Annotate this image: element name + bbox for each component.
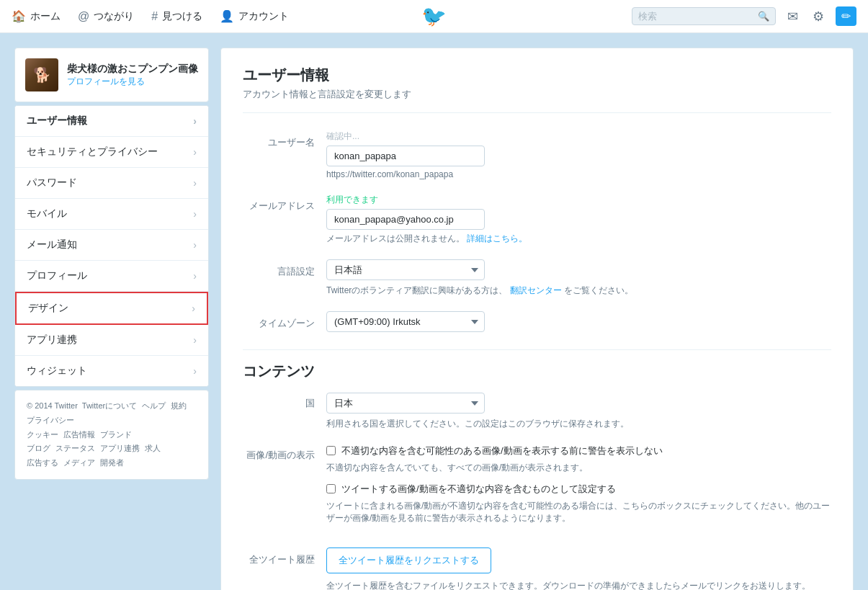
sidebar-item-mobile-label: モバイル	[27, 207, 67, 220]
country-content: 日本 利用される国を選択してください。この設定はこのブラウザに保存されます。	[326, 393, 629, 430]
media-note1: 不適切な内容を含んでいても、すべての画像/動画が表示されます。	[326, 462, 831, 474]
media-checkbox1[interactable]	[326, 446, 336, 455]
lang-row: 言語設定 日本語 English Twitterのボランティア翻訳に興味がある方…	[243, 259, 831, 297]
footer-cookie[interactable]: クッキー	[27, 430, 58, 439]
profile-card: 🐕 柴犬様の激おこプンプン画像 プロフィールを見る	[14, 48, 209, 102]
footer-help[interactable]: ヘルプ	[142, 401, 166, 410]
nav-right: 🔍 ✉ ⚙ ✏	[632, 6, 856, 27]
main-container: 🐕 柴犬様の激おこプンプン画像 プロフィールを見る ユーザー情報 › セキュリテ…	[0, 33, 868, 590]
sidebar-item-profile-label: プロフィール	[27, 269, 87, 282]
tweet-history-button[interactable]: 全ツイート履歴をリクエストする	[326, 547, 491, 573]
sidebar-item-password-label: パスワード	[27, 176, 77, 189]
messages-icon[interactable]: ✉	[784, 6, 801, 27]
lang-note-suffix: をご覧ください。	[564, 285, 633, 295]
country-select-row: 日本	[326, 393, 629, 414]
content-area: ユーザー情報 アカウント情報と言語設定を変更します ユーザー名 確認中... h…	[220, 48, 854, 590]
chevron-right-icon: ›	[193, 239, 197, 251]
view-profile-link[interactable]: プロフィールを見る	[67, 76, 198, 88]
timezone-row: タイムゾーン (GMT+09:00) Irkutsk (GMT+09:00) T…	[243, 311, 831, 332]
email-note: メールアドレスは公開されません。 詳細はこちら。	[326, 233, 831, 245]
timezone-content: (GMT+09:00) Irkutsk (GMT+09:00) Tokyo	[326, 311, 831, 332]
footer-ads[interactable]: 広告情報	[63, 430, 95, 439]
profile-info: 柴犬様の激おこプンプン画像 プロフィールを見る	[67, 63, 198, 88]
lang-select[interactable]: 日本語 English	[326, 259, 485, 280]
sidebar: 🐕 柴犬様の激おこプンプン画像 プロフィールを見る ユーザー情報 › セキュリテ…	[14, 48, 209, 590]
sidebar-item-email-notify-label: メール通知	[27, 238, 77, 251]
sidebar-item-userinfo[interactable]: ユーザー情報 ›	[15, 106, 208, 137]
email-row: メールアドレス 利用できます メールアドレスは公開されません。 詳細はこちら。	[243, 194, 831, 245]
home-icon: 🏠	[12, 9, 26, 23]
search-icon[interactable]: 🔍	[758, 11, 769, 22]
footer-status[interactable]: ステータス	[55, 444, 95, 452]
country-note: 利用される国を選択してください。この設定はこのブラウザに保存されます。	[326, 418, 629, 430]
sidebar-item-password[interactable]: パスワード ›	[15, 168, 208, 199]
sidebar-item-widgets-label: ウィジェット	[27, 365, 87, 377]
sidebar-item-mobile[interactable]: モバイル ›	[15, 199, 208, 230]
footer-about[interactable]: Twitterについて	[82, 401, 137, 410]
chevron-right-icon: ›	[192, 303, 195, 314]
country-label: 国	[243, 393, 315, 430]
sidebar-item-design-label: デザイン	[28, 302, 68, 315]
tweet-history-row: 全ツイート履歴 全ツイート履歴をリクエストする 全ツイート履歴を含むファイルをリ…	[243, 547, 831, 590]
copyright: © 2014 Twitter	[27, 401, 78, 410]
sidebar-item-design[interactable]: デザイン ›	[15, 292, 208, 325]
nav-center: 🐦	[421, 4, 447, 28]
translation-center-link[interactable]: 翻訳センター	[510, 285, 562, 295]
footer-advertise[interactable]: 広告する	[27, 458, 58, 467]
nav-connect-label: つながり	[94, 10, 134, 23]
contents-title: コンテンツ	[243, 349, 831, 381]
footer-jobs[interactable]: 求人	[145, 444, 161, 452]
footer-blog[interactable]: ブログ	[27, 444, 50, 452]
lang-note: Twitterのボランティア翻訳に興味がある方は、 翻訳センター をご覧ください…	[326, 285, 831, 297]
footer-brand[interactable]: ブランド	[100, 430, 132, 439]
search-box: 🔍	[632, 7, 776, 25]
footer-privacy[interactable]: プライバシー	[27, 416, 74, 424]
avatar: 🐕	[25, 58, 58, 91]
lang-note-prefix: Twitterのボランティア翻訳に興味がある方は、	[326, 285, 507, 295]
username-input[interactable]	[326, 146, 485, 166]
settings-icon[interactable]: ⚙	[810, 6, 827, 27]
timezone-label: タイムゾーン	[243, 311, 315, 332]
nav-connect[interactable]: @ つながり	[78, 10, 134, 23]
nav-home[interactable]: 🏠 ホーム	[12, 9, 61, 23]
email-note-text: メールアドレスは公開されません。	[326, 233, 465, 243]
checkbox2-row: ツイートする画像/動画を不適切な内容を含むものとして設定する	[326, 483, 831, 496]
sidebar-item-security[interactable]: セキュリティとプライバシー ›	[15, 137, 208, 168]
sidebar-footer: © 2014 Twitter Twitterについて ヘルプ 規約 プライバシー…	[14, 390, 209, 480]
nav-account[interactable]: 👤 アカウント	[220, 9, 289, 23]
lang-content: 日本語 English Twitterのボランティア翻訳に興味がある方は、 翻訳…	[326, 259, 831, 297]
compose-icon[interactable]: ✏	[836, 6, 856, 26]
person-icon: 👤	[220, 9, 234, 23]
tweet-history-content: 全ツイート履歴をリクエストする 全ツイート履歴を含むファイルをリクエストできます…	[326, 547, 810, 590]
email-input[interactable]	[326, 209, 485, 230]
nav-discover[interactable]: # 見つける	[151, 10, 202, 23]
footer-dev[interactable]: 開発者	[100, 458, 124, 467]
username-row: ユーザー名 確認中... https://twitter.com/konan_p…	[243, 130, 831, 179]
username-content: 確認中... https://twitter.com/konan_papapa	[326, 130, 831, 179]
sidebar-item-apps[interactable]: アプリ連携 ›	[15, 325, 208, 356]
username-url: https://twitter.com/konan_papapa	[326, 169, 831, 179]
email-note-link[interactable]: 詳細はこちら。	[467, 233, 527, 243]
lang-label: 言語設定	[243, 259, 315, 297]
footer-terms[interactable]: 規約	[171, 401, 187, 410]
nav-account-label: アカウント	[238, 10, 289, 23]
country-select[interactable]: 日本	[326, 393, 485, 414]
sidebar-item-widgets[interactable]: ウィジェット ›	[15, 356, 208, 386]
media-checkbox2[interactable]	[326, 484, 336, 493]
at-icon: @	[78, 10, 89, 23]
footer-apps[interactable]: アプリ連携	[100, 444, 140, 452]
media-content: 不適切な内容を含む可能性のある画像/動画を表示する前に警告を表示しない 不適切な…	[326, 444, 831, 533]
nav-discover-label: 見つける	[162, 10, 202, 23]
chevron-right-icon: ›	[193, 146, 197, 158]
media-row: 画像/動画の表示 不適切な内容を含む可能性のある画像/動画を表示する前に警告を表…	[243, 444, 831, 533]
footer-media[interactable]: メディア	[63, 458, 95, 467]
search-input[interactable]	[638, 11, 753, 22]
chevron-right-icon: ›	[193, 365, 197, 377]
top-nav: 🏠 ホーム @ つながり # 見つける 👤 アカウント 🐦 🔍 ✉ ⚙ ✏	[0, 0, 868, 33]
timezone-select[interactable]: (GMT+09:00) Irkutsk (GMT+09:00) Tokyo	[326, 311, 485, 332]
sidebar-item-userinfo-label: ユーザー情報	[27, 115, 87, 128]
email-label: メールアドレス	[243, 194, 315, 245]
sidebar-item-profile[interactable]: プロフィール ›	[15, 261, 208, 292]
sidebar-menu: ユーザー情報 › セキュリティとプライバシー › パスワード › モバイル › …	[14, 105, 209, 387]
sidebar-item-email-notify[interactable]: メール通知 ›	[15, 230, 208, 261]
